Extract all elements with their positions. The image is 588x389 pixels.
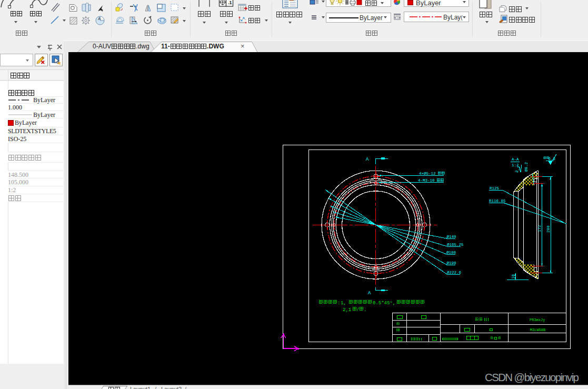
svg-text::: : [337,301,340,306]
svg-text:CSDN @biyezuopinvip: CSDN @biyezuopinvip [485,371,579,383]
svg-text:Ø165.25: Ø165.25 [447,243,464,247]
svg-text:A: A [98,16,101,21]
svg-text:A-A: A-A [512,157,519,162]
svg-text:Ø8.2: Ø8.2 [524,162,529,172]
svg-text:172: 172 [537,225,542,232]
svg-text:/: / [356,307,359,313]
svg-text:10: 10 [511,274,515,279]
svg-text:A: A [368,291,371,296]
svg-text:Ø222.6: Ø222.6 [447,271,462,275]
svg-text:4-M3-10: 4-M3-10 [418,178,435,183]
svg-text:1,: 1, [341,301,346,306]
svg-text:Ø140: Ø140 [447,235,457,239]
svg-text:1:2: 1:2 [512,163,519,167]
svg-text:200: 200 [546,225,551,233]
svg-text:R125: R125 [490,186,500,191]
svg-text:.: . [364,307,366,313]
svg-text:A: A [366,157,369,162]
svg-text:Ø190: Ø190 [447,261,457,265]
svg-text:M3LWS8B: M3LWS8B [530,328,545,332]
svg-text:R116.85: R116.85 [489,199,506,203]
svg-text:.1: .1 [228,0,232,5]
svg-text:2,1: 2,1 [343,307,351,313]
svg-text:0.5*45°,: 0.5*45°, [373,301,395,306]
svg-text:4×Ø5-12: 4×Ø5-12 [419,172,436,176]
svg-text:Ø180: Ø180 [446,251,456,255]
svg-text:PR3mxJy: PR3mxJy [530,318,545,322]
